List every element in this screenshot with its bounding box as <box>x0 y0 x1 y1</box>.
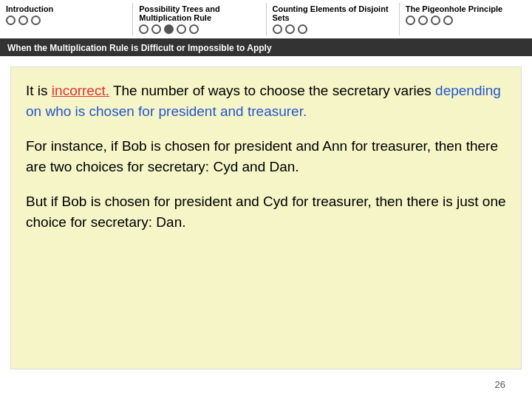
text-normal: The number of ways to choose the secreta… <box>109 83 435 98</box>
nav-section-introduction[interactable]: Introduction <box>0 3 133 35</box>
text-normal: It is <box>26 83 52 98</box>
nav-title-possibility: Possibility Trees and Multiplication Rul… <box>139 4 259 22</box>
nav-title-introduction: Introduction <box>6 4 126 13</box>
subtitle-text: When the Multiplication Rule is Difficul… <box>7 43 272 53</box>
nav-dot <box>177 24 186 34</box>
paragraph-1: It is incorrect. The number of ways to c… <box>26 81 506 121</box>
nav-dot <box>443 16 453 25</box>
page-number: 26 <box>495 379 520 395</box>
nav-dot <box>406 16 415 25</box>
text-incorrect: incorrect. <box>52 83 109 98</box>
nav-dot <box>139 24 149 34</box>
top-nav: Introduction Possibility Trees and Multi… <box>0 0 532 40</box>
nav-title-pigeonhole: The Pigeonhole Principle <box>406 4 526 13</box>
nav-dot <box>418 16 428 25</box>
nav-dot <box>273 24 282 34</box>
nav-dot-filled <box>164 24 174 34</box>
nav-dot <box>31 16 41 25</box>
nav-dot <box>431 16 440 25</box>
nav-dots-introduction <box>6 16 126 25</box>
nav-section-possibility[interactable]: Possibility Trees and Multiplication Rul… <box>133 3 266 35</box>
main-content: It is incorrect. The number of ways to c… <box>10 66 522 369</box>
nav-dots-possibility <box>139 24 259 34</box>
nav-dot <box>298 24 307 34</box>
nav-dots-pigeonhole <box>406 16 526 25</box>
nav-title-counting: Counting Elements of Disjoint Sets <box>273 4 393 22</box>
nav-section-counting[interactable]: Counting Elements of Disjoint Sets <box>267 3 400 35</box>
subtitle-bar: When the Multiplication Rule is Difficul… <box>0 40 532 56</box>
text-normal: But if Bob is chosen for president and C… <box>26 194 506 230</box>
text-normal: For instance, if Bob is chosen for presi… <box>26 138 498 174</box>
paragraph-2: For instance, if Bob is chosen for presi… <box>26 136 506 177</box>
nav-section-pigeonhole[interactable]: The Pigeonhole Principle <box>400 3 532 35</box>
nav-dot <box>18 16 28 25</box>
nav-dots-counting <box>273 24 393 34</box>
paragraph-3: But if Bob is chosen for president and C… <box>26 191 506 232</box>
nav-dot <box>151 24 161 34</box>
nav-dot <box>285 24 295 34</box>
nav-dot <box>6 16 16 25</box>
nav-dot <box>189 24 199 34</box>
